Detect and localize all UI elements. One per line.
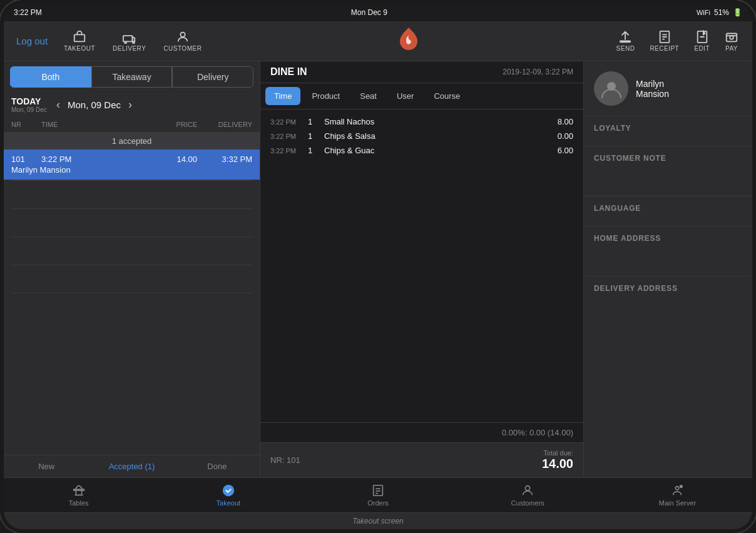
orders-table-header: NR TIME PRICE DELIVERY (4, 117, 260, 133)
orders-list: 1 accepted 101 3:22 PM 14.00 3:32 PM Mar… (4, 133, 260, 455)
customer-label: CUSTOMER (163, 45, 202, 52)
device-button-left (0, 198, 3, 235)
order-summary: 0.00%: 0.00 (14.00) (260, 422, 583, 442)
svg-point-20 (223, 485, 234, 496)
customers-icon (521, 484, 534, 497)
svg-point-27 (680, 485, 683, 488)
delivery-icon (123, 30, 136, 44)
nav-takeout-label: Takeout (217, 499, 241, 507)
toolbar-delivery[interactable]: DELIVERY (106, 28, 152, 54)
tab-delivery[interactable]: Delivery (172, 66, 253, 88)
tables-icon (72, 484, 86, 497)
nav-main-server[interactable]: Main Server (603, 478, 752, 512)
nav-customers[interactable]: Customers (453, 478, 603, 512)
toolbar-takeout[interactable]: TAKEOUT (58, 28, 101, 54)
nav-orders[interactable]: Orders (303, 478, 452, 512)
item-price: 8.00 (542, 117, 573, 126)
svg-rect-16 (73, 489, 84, 490)
divider (11, 236, 252, 237)
svg-point-3 (133, 42, 135, 44)
screen-label: Takeout screen (4, 512, 752, 529)
tab-done[interactable]: Done (175, 455, 260, 477)
item-time: 3:22 PM (270, 133, 302, 140)
order-item[interactable]: 3:22 PM 1 Chips & Salsa 0.00 (260, 129, 583, 143)
toolbar-receipt[interactable]: RECEIPT (643, 28, 685, 54)
order-item[interactable]: 3:22 PM 1 Small Nachos 8.00 (260, 114, 583, 129)
filter-seat[interactable]: Seat (351, 87, 386, 105)
order-filter-tabs: Time Product Seat User Course (260, 83, 583, 109)
filter-user[interactable]: User (388, 87, 422, 105)
divider (11, 180, 252, 181)
nav-tables[interactable]: Tables (4, 478, 153, 512)
status-time: 3:22 PM (14, 8, 42, 17)
order-header: DINE IN 2019-12-09, 3:22 PM (260, 61, 583, 83)
toolbar: Log out TAKEOUT DELIVERY (4, 21, 752, 61)
filter-course[interactable]: Course (425, 87, 469, 105)
nav-tables-label: Tables (69, 499, 89, 507)
battery-icon: 🔋 (733, 8, 742, 17)
toolbar-pay[interactable]: PAY (718, 28, 745, 54)
svg-rect-0 (74, 34, 85, 41)
item-qty: 1 (308, 131, 318, 141)
dine-in-label: DINE IN (270, 66, 307, 78)
svg-point-25 (526, 486, 530, 490)
logo-icon (397, 26, 420, 56)
order-footer: NR: 101 Total due: 14.00 (260, 442, 583, 477)
bottom-nav: Tables Takeout Orders (4, 477, 752, 512)
customer-first-name: Marilyn (636, 79, 669, 89)
toolbar-send[interactable]: SEND (610, 28, 641, 54)
nav-orders-label: Orders (367, 499, 389, 507)
total-due-label: Total due: (542, 449, 573, 457)
item-qty: 1 (308, 117, 318, 126)
filter-product[interactable]: Product (303, 87, 349, 105)
svg-point-26 (676, 487, 680, 490)
takeout-icon (73, 30, 86, 44)
prev-date-button[interactable]: ‹ (54, 98, 63, 111)
nav-customers-label: Customers (511, 499, 544, 507)
main-content: Both Takeaway Delivery TODAY Mon, 09 Dec… (4, 61, 752, 477)
logout-button[interactable]: Log out (11, 33, 53, 49)
order-row[interactable]: 101 3:22 PM 14.00 3:32 PM Marilyn Mansio… (4, 150, 260, 180)
svg-rect-1 (123, 36, 133, 41)
takeout-nav-icon (222, 484, 235, 497)
item-price: 0.00 (542, 131, 573, 141)
item-name: Chips & Salsa (324, 131, 536, 141)
middle-panel: DINE IN 2019-12-09, 3:22 PM Time Product… (260, 61, 583, 477)
item-name: Small Nachos (324, 117, 536, 126)
date-nav: TODAY Mon, 09 Dec ‹ Mon, 09 Dec › (4, 93, 260, 117)
nav-takeout[interactable]: Takeout (153, 478, 303, 512)
toolbar-customer[interactable]: CUSTOMER (157, 28, 208, 54)
today-label: TODAY (11, 96, 49, 106)
today-sub: Mon, 09 Dec (11, 106, 49, 113)
order-customer-name: Marilyn Mansion (11, 165, 252, 175)
order-items-list: 3:22 PM 1 Small Nachos 8.00 3:22 PM 1 Ch… (260, 109, 583, 422)
device-button-right (753, 198, 756, 223)
delivery-label: DELIVERY (113, 45, 146, 52)
toolbar-right-icons: SEND RECEIPT (610, 28, 745, 54)
tab-both[interactable]: Both (10, 66, 91, 88)
tab-accepted[interactable]: Accepted (1) (89, 455, 174, 477)
edit-icon (695, 30, 709, 44)
send-label: SEND (616, 45, 635, 52)
toolbar-edit[interactable]: EDIT (688, 28, 716, 54)
order-number-label: NR: 101 (270, 455, 300, 465)
order-delivery-time: 3:32 PM (202, 155, 252, 164)
loyalty-section: LOYALTY (584, 116, 752, 146)
tab-new[interactable]: New (4, 455, 89, 477)
svg-rect-12 (727, 34, 737, 42)
next-date-button[interactable]: › (126, 98, 135, 111)
item-price: 6.00 (542, 146, 573, 155)
filter-time[interactable]: Time (265, 87, 300, 105)
orders-section-header: 1 accepted (4, 133, 260, 150)
divider (11, 208, 252, 209)
customer-icon (176, 30, 190, 44)
main-server-icon (670, 484, 684, 497)
delivery-address-section: DELIVERY ADDRESS (584, 277, 752, 327)
order-item[interactable]: 3:22 PM 1 Chips & Guac 6.00 (260, 143, 583, 158)
customer-profile: Marilyn Mansion (584, 61, 752, 116)
orders-icon (371, 484, 385, 497)
tab-takeaway[interactable]: Takeaway (91, 66, 173, 88)
header-nr: NR (11, 121, 36, 128)
pay-icon (725, 30, 738, 44)
receipt-label: RECEIPT (650, 45, 679, 52)
